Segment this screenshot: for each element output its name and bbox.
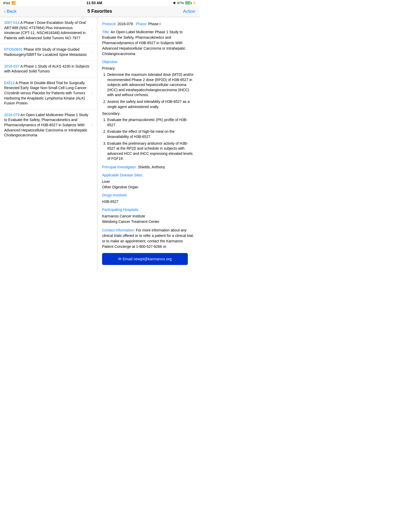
list-item-selected[interactable]: 2016-079 An Open-Label Multicenter Phase… bbox=[0, 109, 97, 141]
back-chevron-icon: ‹ bbox=[4, 9, 6, 14]
status-time: 11:53 AM bbox=[87, 1, 102, 5]
phase-value: Phase I bbox=[148, 22, 160, 26]
disease-sites: Liver Other Digestive Organ bbox=[102, 179, 195, 190]
secondary-objectives-list: Evaluate the pharmacokinetic (PK) profil… bbox=[102, 117, 195, 161]
status-left: iPad 📶 bbox=[3, 1, 16, 5]
secondary-label: Secondary: bbox=[102, 111, 195, 116]
secondary-section: Secondary: Evaluate the pharmacokinetic … bbox=[102, 111, 195, 161]
title-row: Title: An Open-Label Multicenter Phase 1… bbox=[102, 29, 195, 57]
disease-label: Applicable Disease Sites: bbox=[102, 172, 195, 178]
list-item[interactable]: RTOG0631 Phase II/III Study of Image-Gui… bbox=[0, 44, 97, 61]
page-title: 5 Favorites bbox=[88, 9, 112, 14]
contact-label: Contact Information: bbox=[102, 228, 135, 232]
main-layout: 2007-014 A Phase I Dose-Escalation Study… bbox=[0, 17, 200, 269]
list-item-text: 2016-037 A Phase 1 Study of ALKS 4230 in… bbox=[4, 64, 92, 74]
list-item-text: RTOG0631 Phase II/III Study of Image-Gui… bbox=[4, 47, 92, 57]
drugs-value: H3B-6527 bbox=[102, 199, 195, 204]
hospital-1: Karmanos Cancer Institute bbox=[102, 214, 195, 219]
list-item-id: 2016-079 bbox=[4, 113, 19, 117]
back-button[interactable]: ‹ Back bbox=[4, 9, 16, 14]
contact-row: Contact Information: For more informatio… bbox=[102, 228, 195, 249]
list-item-text: E4512 A Phase III Double-Blind Trial for… bbox=[4, 81, 92, 106]
list-item[interactable]: 2007-014 A Phase I Dose-Escalation Study… bbox=[0, 17, 97, 44]
hospitals-section: Participating Hospitals: Karmanos Cancer… bbox=[102, 207, 195, 224]
hospital-2: Weisberg Cancer Treatment Center bbox=[102, 219, 195, 224]
list-item-text: 2016-079 An Open-Label Multicenter Phase… bbox=[4, 112, 92, 138]
contact-section: Contact Information: For more informatio… bbox=[102, 228, 195, 249]
list-item: Evaluate the effect of high-fat meal on … bbox=[107, 129, 195, 139]
primary-section: Primary: Determine the maximum tolerated… bbox=[102, 66, 195, 109]
email-button[interactable]: ✉ Email newpt@karmanos.org bbox=[102, 253, 188, 265]
nav-bar: ‹ Back 5 Favorites Action bbox=[0, 6, 200, 17]
list-item-id: 2007-014 bbox=[4, 21, 19, 25]
list-item: Evaluate the pharmacokinetic (PK) profil… bbox=[107, 117, 195, 128]
chevron-right-icon: › bbox=[92, 91, 93, 96]
back-label: Back bbox=[7, 9, 17, 14]
favorites-list: 2007-014 A Phase I Dose-Escalation Study… bbox=[0, 17, 97, 269]
list-item: Determine the maximum tolerated dose (MT… bbox=[107, 72, 195, 98]
list-item-id: RTOG0631 bbox=[4, 47, 23, 51]
primary-objectives-list: Determine the maximum tolerated dose (MT… bbox=[102, 72, 195, 109]
primary-label: Primary: bbox=[102, 66, 195, 71]
list-item[interactable]: E4512 A Phase III Double-Blind Trial for… bbox=[0, 77, 97, 109]
title-value: An Open-Label Multicenter Phase 1 Study … bbox=[102, 30, 185, 56]
hospitals-list: Karmanos Cancer Institute Weisberg Cance… bbox=[102, 214, 195, 224]
disease-site-1: Liver bbox=[102, 179, 195, 184]
phase-label: Phase: bbox=[136, 22, 147, 26]
status-bar: iPad 📶 11:53 AM ✱ 87% ⚡ bbox=[0, 0, 200, 6]
drugs-label: Drugs Involved: bbox=[102, 192, 195, 198]
protocol-label: Protocol: bbox=[102, 22, 116, 26]
battery-percent: 87% bbox=[177, 1, 184, 5]
pi-value: Shields, Anthony bbox=[138, 165, 165, 169]
disease-site-2: Other Digestive Organ bbox=[102, 184, 195, 190]
drugs-section: Drugs Involved: H3B-6527 bbox=[102, 192, 195, 204]
list-item-title: A Phase III Double-Blind Trial for Surgi… bbox=[4, 81, 88, 105]
chevron-right-icon: › bbox=[92, 123, 93, 128]
pi-row: Principal Investigator: Shields, Anthony bbox=[102, 164, 195, 170]
list-item: Evaluate the preliminary antitumor activ… bbox=[107, 141, 195, 161]
list-item-text: 2007-014 A Phase I Dose-Escalation Study… bbox=[4, 20, 92, 41]
list-item-id: 2016-037 bbox=[4, 64, 19, 68]
chevron-right-icon: › bbox=[92, 28, 93, 33]
status-right: ✱ 87% ⚡ bbox=[173, 1, 196, 5]
chevron-right-icon: › bbox=[92, 50, 93, 55]
hospitals-label: Participating Hospitals: bbox=[102, 207, 195, 212]
action-button[interactable]: Action bbox=[183, 9, 195, 14]
protocol-row: Protocol: 2016-079 Phase: Phase I bbox=[102, 21, 195, 27]
disease-section: Applicable Disease Sites: Liver Other Di… bbox=[102, 172, 195, 190]
lightning-icon: ⚡ bbox=[192, 1, 196, 5]
list-item[interactable]: 2016-037 A Phase 1 Study of ALKS 4230 in… bbox=[0, 61, 97, 77]
list-item-id: E4512 bbox=[4, 81, 15, 85]
protocol-number: 2016-079 bbox=[117, 22, 133, 26]
device-label: iPad bbox=[3, 1, 10, 5]
wifi-icon: 📶 bbox=[11, 1, 16, 5]
bluetooth-icon: ✱ bbox=[173, 1, 176, 5]
detail-panel: Protocol: 2016-079 Phase: Phase I Title:… bbox=[97, 17, 200, 269]
objective-label: Objective: bbox=[102, 59, 195, 65]
pi-label: Principal Investigator: bbox=[102, 165, 137, 169]
list-item: Assess the safety and tolerability of H3… bbox=[107, 99, 195, 109]
title-label: Title: bbox=[102, 30, 110, 34]
chevron-right-icon: › bbox=[92, 66, 93, 71]
battery-fill bbox=[186, 2, 190, 4]
battery-icon bbox=[185, 1, 191, 4]
